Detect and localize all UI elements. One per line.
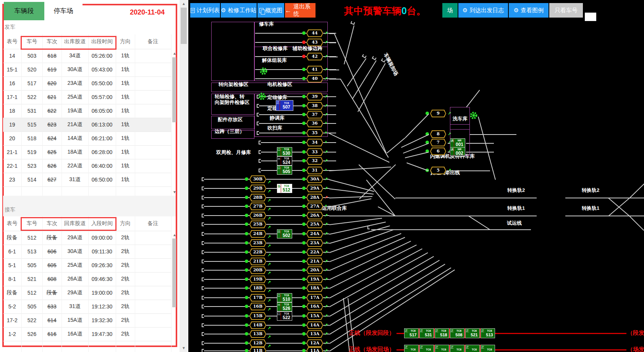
train-box-526[interactable]: HTC6526 [277, 302, 292, 311]
button-场[interactable]: 场 [442, 3, 458, 18]
track-badge-26B[interactable]: 26B [249, 212, 266, 219]
track-badge-11A[interactable]: 11A [306, 347, 323, 352]
table-row[interactable]: 2351462731道06:50:001轨 [3, 173, 171, 187]
track-badge-5[interactable]: 5 [430, 167, 446, 174]
table-row[interactable]: 段备512段备29A道09:00:002轨 [3, 231, 171, 245]
track-badge-42[interactable]: 42 [306, 53, 323, 60]
track-badge-27B[interactable]: 27B [249, 203, 266, 210]
train-box-507[interactable]: 正TC6507 [276, 100, 293, 111]
track-badge-29A[interactable]: 29A [306, 185, 323, 192]
button-退出系统[interactable]: ←退出系统 [285, 3, 316, 18]
mainline-train-box[interactable]: 正TC6 [450, 345, 464, 352]
gear-indicator-icon[interactable] [257, 91, 267, 103]
track-badge-32[interactable]: 32 [306, 157, 323, 165]
track-badge-19B[interactable]: 19B [249, 276, 266, 283]
track-badge-12B[interactable]: 12B [249, 339, 266, 347]
track-badge-30B[interactable]: 30B [249, 175, 266, 183]
train-box-530[interactable]: 口TC6530 [277, 147, 292, 156]
track-badge-13B[interactable]: 13B [249, 330, 266, 338]
table-row[interactable]: 21-151962518A道06:28:001轨 [3, 145, 171, 159]
track-badge-25B[interactable]: 25B [249, 221, 266, 228]
button-计划列表[interactable]: 计划列表 [190, 3, 220, 18]
track-badge-26A[interactable]: 26A [306, 212, 323, 219]
track-badge-11B[interactable]: 11B [249, 347, 266, 352]
mainline-train-box-508[interactable]: 正TC6508 [450, 328, 464, 338]
train-box-512[interactable]: 备TC6512 [277, 184, 292, 193]
panel-scroll-up[interactable]: ▲ [181, 1, 187, 6]
train-box-524[interactable]: HTC6524 [277, 156, 292, 165]
table-row[interactable]: 1651762023A道05:50:001轨 [3, 76, 171, 90]
track-badge-18A[interactable]: 18A [306, 284, 323, 292]
track-badge-28B[interactable]: 28B [249, 194, 266, 201]
track-badge-44[interactable]: 44 [306, 29, 323, 37]
track-badge-29B[interactable]: 29B [249, 185, 266, 192]
track-badge-20B[interactable]: 20B [249, 266, 266, 274]
gear-indicator-icon[interactable] [259, 66, 269, 78]
track-badge-35[interactable]: 35 [306, 129, 323, 137]
track-badge-28A[interactable]: 28A [306, 194, 323, 201]
train-box-505[interactable]: 口TC6505 [277, 165, 292, 175]
panel-scroll-down[interactable]: ▼ [181, 346, 187, 351]
mainline-train-box-517[interactable]: 正TC6517 [404, 328, 419, 338]
track-badge-17B[interactable]: 17B [249, 294, 266, 302]
track-badge-41[interactable]: 41 [306, 66, 323, 73]
departure-scroll-down[interactable]: ▼ [172, 190, 178, 195]
panel-scroll-thumb[interactable] [181, 8, 187, 44]
train-box-522[interactable]: 口TC6522 [277, 311, 292, 321]
track-badge-40[interactable]: 40 [306, 75, 323, 83]
mainline-train-box[interactable]: 正TC6 [481, 345, 495, 352]
track-badge-23A[interactable]: 23A [306, 239, 323, 247]
table-row[interactable]: 6-151360630A道09:11:302轨 [3, 245, 171, 258]
panel-scrollbar[interactable] [180, 0, 188, 352]
track-badge-15B[interactable]: 15B [249, 312, 266, 320]
track-badge-22A[interactable]: 22A [306, 248, 323, 256]
track-badge-36[interactable]: 36 [306, 120, 323, 127]
track-badge-18B[interactable]: 18B [249, 284, 266, 292]
track-badge-20A[interactable]: 20A [306, 266, 323, 274]
mainline-train-box[interactable]: 正TC6 [404, 345, 419, 352]
table-row[interactable]: 5-250563331道19:12:302轨 [3, 300, 171, 313]
track-badge-39[interactable]: 39 [306, 93, 323, 101]
track-badge-16A[interactable]: 16A [306, 303, 323, 310]
table-row[interactable]: 22-152362622A道06:40:001轨 [3, 159, 171, 173]
mainline-train-box-531[interactable]: 正TC6531 [419, 328, 434, 338]
track-badge-15A[interactable]: 15A [306, 312, 323, 320]
track-badge-16B[interactable]: 16B [249, 303, 266, 310]
track-badge-13A[interactable]: 13A [306, 330, 323, 338]
track-badge-31[interactable]: 31 [306, 167, 323, 174]
track-badge-9[interactable]: 9 [430, 110, 446, 117]
track-badge-21A[interactable]: 21A [306, 258, 323, 265]
track-badge-38[interactable]: 38 [306, 102, 323, 110]
table-row[interactable]: 17-152262125A道05:57:001轨 [3, 90, 171, 104]
track-badge-24B[interactable]: 24B [249, 230, 266, 238]
mainline-train-box[interactable]: 正TC6 [435, 345, 449, 352]
button-概览图[interactable]: 概览图 [257, 3, 284, 18]
track-badge-22B[interactable]: 22B [249, 248, 266, 256]
track-badge-24A[interactable]: 24A [306, 230, 323, 238]
table-row[interactable]: 段备512段备29A道19:00:002轨 [3, 286, 171, 300]
button-只看车号[interactable]: 只看车号 [549, 3, 583, 18]
mainline-train-box-521[interactable]: 正TC6521 [465, 328, 480, 338]
button-查看图例[interactable]: ⚙查看图例 [509, 3, 549, 18]
track-badge-34[interactable]: 34 [306, 139, 323, 146]
track-badge-37[interactable]: 37 [306, 111, 323, 118]
train-box-502[interactable]: 日TC6502 [277, 229, 292, 238]
track-badge-23B[interactable]: 23B [249, 239, 266, 247]
arrival-scroll-up[interactable]: ▲ [172, 232, 178, 238]
track-badge-21B[interactable]: 21B [249, 258, 266, 265]
tab-parking-lot[interactable]: 停车场 [44, 2, 83, 20]
track-badge-14B[interactable]: 14B [249, 321, 266, 329]
table-row[interactable]: 5-150560525A道09:26:302轨 [3, 258, 171, 272]
table-row[interactable]: 15-152061930A道05:43:001轨 [3, 63, 171, 76]
track-badge-33[interactable]: 33 [306, 148, 323, 156]
track-badge-25A[interactable]: 25A [306, 221, 323, 228]
track-badge-30A[interactable]: 30A [306, 175, 323, 183]
track-badge-27A[interactable]: 27A [306, 203, 323, 210]
departure-scroll-thumb[interactable] [172, 57, 176, 122]
track-badge-19A[interactable]: 19A [306, 276, 323, 283]
departure-scroll-up[interactable]: ▲ [172, 51, 178, 56]
track-badge-12A[interactable]: 12A [306, 339, 323, 347]
table-row[interactable]: 1951562321A道06:13:001轨 [3, 118, 171, 131]
track-badge-6[interactable]: 6 [430, 148, 446, 155]
button-检修工作站[interactable]: ⚙检修工作站 [221, 3, 257, 18]
